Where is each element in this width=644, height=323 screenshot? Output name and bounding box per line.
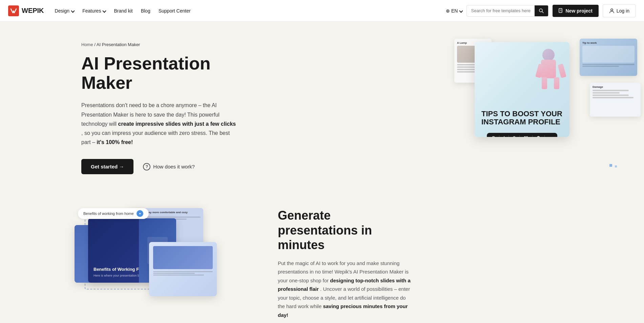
astronaut-figure [536, 45, 566, 100]
hero-description: Presentations don't need to be a chore a… [81, 101, 237, 147]
main-presentation-card: TIPS TO BOOST YOUR INSTAGRAM PROFILE B I… [475, 42, 569, 137]
svg-rect-3 [559, 8, 562, 13]
more-options-button[interactable]: ··· [547, 135, 553, 137]
strikethrough-button[interactable]: S [512, 135, 517, 137]
breadcrumb: Home / AI Presentation Maker [81, 42, 264, 47]
search-icon [539, 8, 544, 14]
nav-brand-kit[interactable]: Brand kit [114, 8, 132, 14]
section2: Benefits of working from home ✦ You can … [0, 188, 644, 323]
presentation-slides: Benefits of working from home ✦ You can … [68, 198, 230, 323]
slide-card-top-right: Tip to work [580, 39, 637, 76]
hero-section: Home / AI Presentation Maker AI Presenta… [0, 22, 644, 188]
decoration-dots [609, 164, 617, 167]
document-icon [559, 8, 563, 14]
nav-blog[interactable]: Blog [141, 8, 150, 14]
hero-title: AI Presentation Maker [81, 54, 264, 93]
font-size-control[interactable]: 32 [522, 135, 529, 137]
wepik-logo-icon [8, 5, 19, 16]
hero-content: Home / AI Presentation Maker AI Presenta… [0, 42, 264, 174]
nav-links: Design Features Brand kit Blog Support C… [55, 8, 435, 14]
bold-button[interactable]: B [491, 135, 496, 137]
new-project-button[interactable]: New project [553, 5, 598, 17]
logo-text: WEPIK [22, 7, 44, 15]
main-card-title: TIPS TO BOOST YOUR INSTAGRAM PROFILE [481, 110, 563, 126]
section2-text: Generate presentations in minutes Put th… [278, 208, 440, 319]
section2-title: Generate presentations in minutes [278, 208, 413, 252]
svg-line-2 [542, 12, 543, 13]
hero-actions: Get started → ? How does it work? [81, 159, 264, 174]
slide-card-right-mid: Damage [590, 83, 641, 117]
search-button[interactable] [535, 5, 548, 16]
slide-search-text: Benefits of working from home [83, 211, 134, 216]
search-input[interactable] [467, 5, 535, 16]
toolbar-separator4 [532, 135, 533, 137]
question-icon: ? [143, 163, 150, 170]
breadcrumb-home[interactable]: Home [81, 42, 93, 47]
toolbar-separator3 [519, 135, 520, 137]
navbar: WEPIK Design Features Brand kit Blog Sup… [0, 0, 644, 22]
toolbar-separator5 [544, 135, 545, 137]
design-chevron-icon [71, 9, 75, 13]
nav-design[interactable]: Design [55, 8, 75, 14]
globe-icon [446, 8, 450, 14]
nav-right: EN New project [446, 4, 636, 17]
text-toolbar: B I S 32 🗑 ··· [487, 133, 557, 137]
how-it-works-link[interactable]: ? How does it work? [143, 163, 195, 170]
toolbar-separator2 [508, 135, 509, 137]
search-bar [466, 5, 548, 17]
logo[interactable]: WEPIK [8, 5, 44, 16]
login-button[interactable]: Log in [603, 4, 636, 17]
section2-visual: Benefits of working from home ✦ You can … [68, 198, 230, 323]
slide-search-bar: Benefits of working from home ✦ [78, 208, 149, 219]
magic-wand-icon: ✦ [137, 210, 143, 217]
lang-chevron-icon [459, 9, 463, 13]
svg-point-6 [611, 9, 613, 11]
slide-front-right [149, 242, 217, 296]
hero-visual: A Lamp [454, 35, 644, 178]
nav-support[interactable]: Support Center [159, 8, 191, 14]
delete-button[interactable]: 🗑 [535, 135, 542, 137]
card-right-label: Damage [593, 85, 638, 88]
user-icon [609, 8, 615, 14]
presentation-mockup: A Lamp [454, 35, 644, 178]
nav-features[interactable]: Features [82, 8, 106, 14]
breadcrumb-current: AI Presentation Maker [97, 42, 140, 47]
features-chevron-icon [103, 9, 106, 13]
card-top-right-label: Tip to work [582, 41, 635, 44]
main-card-content: TIPS TO BOOST YOUR INSTAGRAM PROFILE [475, 42, 569, 137]
toolbar-separator [499, 135, 499, 137]
language-selector[interactable]: EN [446, 8, 462, 14]
get-started-button[interactable]: Get started → [81, 159, 133, 174]
italic-button[interactable]: I [502, 135, 506, 137]
section2-description: Put the magic of AI to work for you and … [278, 259, 413, 320]
